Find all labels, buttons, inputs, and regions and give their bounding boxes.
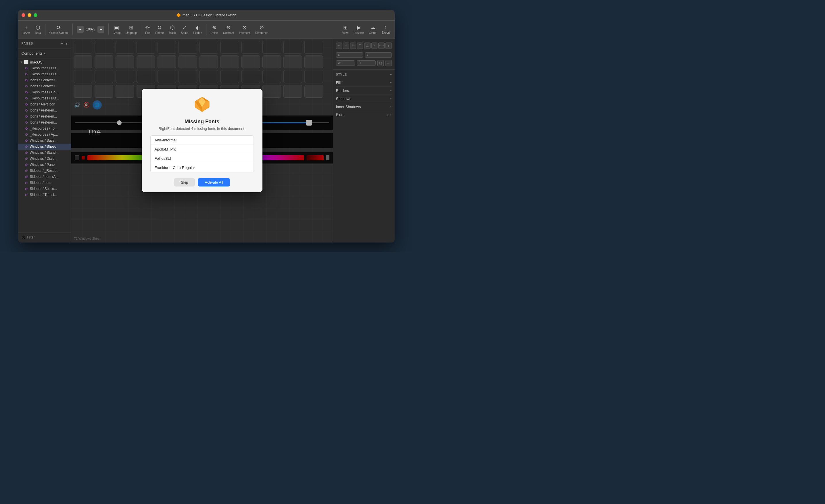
sidebar-item-macos[interactable]: ▾ ⬜ macOS — [18, 59, 71, 65]
sidebar-item-res-but-1[interactable]: ⟳ _Resources / But... — [18, 65, 71, 71]
item-label: Windows / Dialo... — [30, 157, 58, 161]
fills-item[interactable]: Fills + — [336, 79, 392, 87]
sidebar-item-icons-pref-2[interactable]: ⟳ Icons / Preferen... — [18, 113, 71, 119]
flatten-button[interactable]: ⬖ Flatten — [191, 23, 205, 35]
style-chevron-icon[interactable]: ▾ — [390, 72, 392, 76]
wh-row: W H ⛓ ↔ — [336, 60, 392, 66]
align-center-h-icon[interactable]: ⊢ — [343, 43, 349, 49]
rotate-icon: ↻ — [157, 24, 161, 31]
sidebar-item-windows-panel[interactable]: ⟳ Windows / Panel — [18, 162, 71, 168]
mask-button[interactable]: ⬡ Mask — [167, 23, 178, 35]
close-button[interactable] — [21, 13, 25, 17]
sidebar-item-windows-sheet[interactable]: ⟳ Windows / Sheet — [18, 144, 71, 150]
add-page-icon[interactable]: + — [61, 41, 63, 46]
sidebar-item-icons-pref-3[interactable]: ⟳ Icons / Preferen... — [18, 119, 71, 125]
blurs-item[interactable]: Blurs ○ + — [336, 111, 392, 119]
style-header: STYLE ▾ — [336, 72, 392, 76]
sidebar-item-sidebar-item[interactable]: ⟳ Sidebar / Item — [18, 180, 71, 186]
collapse-icon[interactable]: ▾ — [66, 41, 68, 46]
preview-label: Preview — [354, 31, 364, 34]
inner-shadows-add-icon[interactable]: + — [390, 105, 391, 108]
inner-shadows-item[interactable]: Inner Shadows + — [336, 103, 392, 111]
filter-footer[interactable]: ⊘ Filter — [18, 232, 71, 243]
ungroup-button[interactable]: ⊞ Ungroup — [124, 23, 139, 35]
group-button[interactable]: ▣ Group — [110, 23, 123, 35]
sidebar-item-sidebar-transl[interactable]: ⟳ Sidebar / Transl... — [18, 192, 71, 198]
item-label: _Resources / But... — [30, 72, 59, 76]
union-button[interactable]: ⊕ Union — [208, 23, 220, 35]
symbol-icon: ⟳ — [25, 145, 28, 149]
modal-body: Missing Fonts RightFont detected 4 missi… — [142, 116, 262, 192]
view-button[interactable]: ⊞ View — [340, 23, 351, 35]
sidebar-item-res-ap[interactable]: ⟳ _Resources / Ap... — [18, 132, 71, 138]
blurs-add-icon[interactable]: + — [390, 113, 391, 116]
sidebar-item-windows-stand[interactable]: ⟳ Windows / Stand... — [18, 150, 71, 156]
sidebar-item-windows-save[interactable]: ⟳ Windows / Save... — [18, 138, 71, 144]
shadows-add-icon[interactable]: + — [390, 97, 391, 100]
modal-buttons: Skip Activate All — [150, 178, 254, 186]
y-field[interactable]: Y — [365, 52, 392, 58]
scale-button[interactable]: ⤢ Scale — [179, 23, 191, 35]
sidebar-item-res-but-2[interactable]: ⟳ _Resources / But... — [18, 71, 71, 77]
sidebar-item-res-but-3[interactable]: ⟳ _Resources / But... — [18, 95, 71, 101]
create-symbol-button[interactable]: ⟳ Create Symbol — [47, 23, 71, 35]
borders-item[interactable]: Borders + — [336, 87, 392, 95]
sidebar-item-sidebar-item-a[interactable]: ⟳ Sidebar / Item (A... — [18, 174, 71, 180]
h-field[interactable]: H — [357, 60, 376, 66]
sidebar-item-icons-ctx-2[interactable]: ⟳ Icons / Contextu... — [18, 83, 71, 89]
align-top-icon[interactable]: ⊤ — [357, 43, 363, 49]
symbol-icon: ⟳ — [25, 175, 28, 179]
components-dropdown[interactable]: Components ▾ — [18, 49, 71, 58]
edit-button[interactable]: ✏ Edit — [143, 23, 152, 35]
symbol-icon: ⟳ — [25, 120, 28, 125]
cloud-button[interactable]: ☁ Cloud — [367, 23, 379, 35]
minimize-button[interactable] — [27, 13, 31, 17]
export-button[interactable]: ↑ Export — [379, 23, 392, 35]
align-right-icon[interactable]: ⊢ — [350, 43, 357, 49]
data-button[interactable]: ⬡ Data — [33, 23, 44, 35]
canvas[interactable]: 🔊 🔇 🌐 The — [71, 38, 333, 243]
insert-button[interactable]: ＋ Insert — [20, 23, 32, 36]
w-field[interactable]: W — [336, 60, 355, 66]
cloud-label: Cloud — [369, 31, 376, 34]
symbol-icon: ⟳ — [25, 127, 28, 131]
fills-add-icon[interactable]: + — [390, 81, 391, 84]
align-left-icon[interactable]: ⊣ — [336, 43, 343, 49]
shadows-item[interactable]: Shadows + — [336, 95, 392, 103]
difference-button[interactable]: ⊙ Difference — [253, 23, 271, 35]
distribute-h-icon[interactable]: ⟺ — [378, 43, 385, 49]
intersect-button[interactable]: ⊗ Intersect — [237, 23, 252, 35]
sidebar-item-sidebar-resou[interactable]: ⟳ Sidebar / _Resou... — [18, 168, 71, 174]
sidebar-item-windows-dialo[interactable]: ⟳ Windows / Dialo... — [18, 156, 71, 162]
symbol-icon: ⟳ — [25, 169, 28, 173]
zoom-minus-button[interactable]: − — [77, 26, 84, 33]
lock-ratio-icon[interactable]: ⛓ — [377, 60, 384, 66]
align-bottom-icon[interactable]: ⊦ — [371, 43, 378, 49]
sidebar-item-icons-pref-1[interactable]: ⟳ Icons / Preferen... — [18, 107, 71, 113]
sidebar-item-icons-ctx-1[interactable]: ⟳ Icons / Contextu... — [18, 77, 71, 83]
subtract-button[interactable]: ⊖ Subtract — [221, 23, 236, 35]
align-center-v-icon[interactable]: ⊥ — [364, 43, 371, 49]
borders-add-icon[interactable]: + — [390, 89, 391, 92]
blurs-toggle-icon[interactable]: ○ — [387, 113, 389, 116]
activate-all-button[interactable]: Activate All — [198, 178, 230, 186]
zoom-plus-button[interactable]: + — [97, 26, 104, 33]
skip-button[interactable]: Skip — [174, 178, 195, 186]
x-label: X — [338, 54, 340, 57]
sidebar-item-res-co[interactable]: ⟳ _Resources / Co... — [18, 89, 71, 95]
distribute-v-icon[interactable]: ↕ — [385, 43, 392, 49]
modal-overlay: Missing Fonts RightFont detected 4 missi… — [71, 38, 333, 243]
style-section: STYLE ▾ Fills + Borders + Shadows + Inne… — [333, 70, 395, 243]
preview-button[interactable]: ▶ Preview — [351, 23, 366, 35]
rotate-label: Rotate — [155, 31, 164, 34]
sidebar-item-res-to[interactable]: ⟳ _Resources / To... — [18, 125, 71, 132]
item-label: Icons / Alert Icon — [30, 102, 56, 106]
edit-icon: ✏ — [145, 24, 150, 31]
sidebar-item-icons-alert[interactable]: ⟳ Icons / Alert Icon — [18, 101, 71, 107]
item-label: _Resources / Co... — [30, 90, 58, 94]
maximize-button[interactable] — [33, 13, 38, 17]
sidebar-item-sidebar-sectio[interactable]: ⟳ Sidebar / Sectio... — [18, 186, 71, 192]
x-field[interactable]: X — [336, 52, 363, 58]
rotate-button[interactable]: ↻ Rotate — [153, 23, 166, 35]
flip-icon[interactable]: ↔ — [385, 60, 392, 66]
